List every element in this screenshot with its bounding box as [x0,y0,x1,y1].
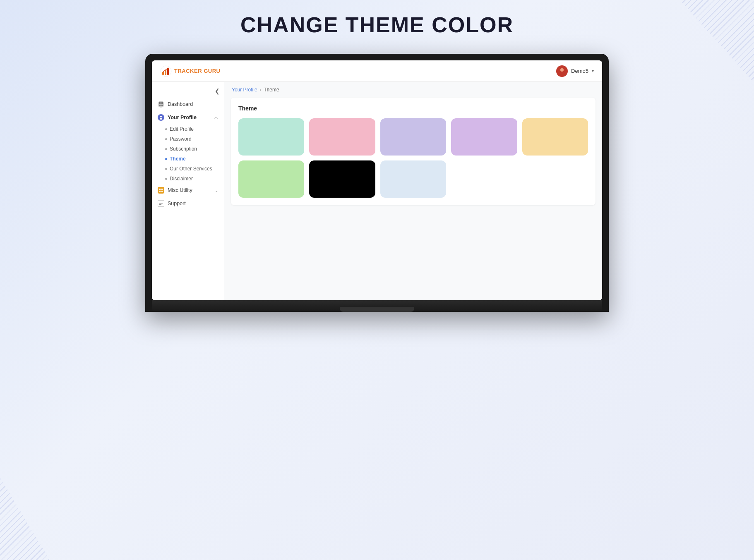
svg-rect-18 [159,203,163,203]
svg-rect-9 [159,105,161,106]
svg-rect-19 [159,204,161,205]
sub-dot-password [165,138,167,140]
theme-swatch-ice-blue[interactable] [380,160,446,198]
svg-point-6 [559,72,564,76]
sub-dot-edit-profile [165,128,167,130]
logo-text: TRACKER GURU [174,68,220,74]
laptop-screen: TRACKER GURU Demo5 ▾ [152,60,602,300]
theme-swatch-peach[interactable] [522,118,588,156]
main-content: Your Profile › Theme Theme [224,82,602,300]
logo-part2: GURU [204,68,220,74]
sidebar-item-dashboard[interactable]: Dashboard [152,98,224,111]
svg-rect-3 [167,68,169,75]
breadcrumb-parent[interactable]: Your Profile [232,87,257,93]
logo-part1: TRACKER [174,68,202,74]
sidebar-sub-edit-profile-label: Edit Profile [170,126,194,132]
sidebar-item-support-label: Support [168,201,186,206]
theme-swatch-lavender[interactable] [380,118,446,156]
support-icon [158,200,164,207]
breadcrumb-separator: › [260,87,262,92]
sub-dot-theme [165,158,167,160]
theme-swatch-green[interactable] [238,160,304,198]
sidebar: ❮ Dashboard [152,82,224,300]
app-header: TRACKER GURU Demo5 ▾ [152,60,602,82]
sidebar-sub-our-other-services[interactable]: Our Other Services [152,164,224,174]
breadcrumb-current: Theme [264,87,279,93]
sidebar-sub-subscription-label: Subscription [170,146,197,152]
svg-rect-8 [161,102,163,104]
app-body: ❮ Dashboard [152,82,602,300]
svg-point-4 [168,67,169,69]
svg-rect-14 [161,189,163,190]
svg-rect-1 [162,72,164,75]
theme-grid [238,118,588,198]
sub-dot-disclaimer [165,178,167,180]
breadcrumb: Your Profile › Theme [224,82,602,98]
profile-icon [158,114,164,121]
sidebar-sub-edit-profile[interactable]: Edit Profile [152,124,224,134]
sidebar-sub-our-other-services-label: Our Other Services [170,166,212,172]
svg-rect-16 [161,191,163,192]
theme-swatch-mint[interactable] [238,118,304,156]
theme-swatch-black[interactable] [309,160,375,198]
page-title: CHANGE THEME COLOR [240,12,514,37]
svg-rect-17 [159,202,163,202]
user-chevron-icon: ▾ [592,69,594,73]
theme-swatch-mauve[interactable] [451,118,517,156]
theme-card-title: Theme [238,105,588,112]
user-name: Demo5 [571,68,588,74]
logo[interactable]: TRACKER GURU [160,65,220,77]
profile-chevron-icon: ︿ [214,115,218,120]
sidebar-item-dashboard-label: Dashboard [168,101,193,107]
svg-rect-10 [161,105,163,106]
sidebar-sub-theme[interactable]: Theme [152,154,224,164]
svg-rect-7 [159,102,161,104]
sidebar-sub-password-label: Password [170,136,192,142]
sidebar-item-your-profile[interactable]: Your Profile ︿ [152,111,224,124]
laptop-frame: TRACKER GURU Demo5 ▾ [145,54,609,312]
sub-dot-subscription [165,148,167,150]
sidebar-sub-disclaimer[interactable]: Disclaimer [152,174,224,184]
logo-icon [160,65,172,77]
collapse-icon[interactable]: ❮ [215,88,220,94]
misc-icon [158,187,164,194]
laptop-base [152,300,602,312]
sidebar-sub-theme-label: Theme [170,156,186,162]
theme-card: Theme [231,98,596,205]
sidebar-item-misc-utility-label: Misc.Utility [168,187,192,193]
svg-rect-13 [159,189,161,190]
misc-chevron-icon: ⌄ [215,188,218,193]
sidebar-sub-subscription[interactable]: Subscription [152,144,224,154]
svg-point-11 [160,116,162,117]
sidebar-item-your-profile-label: Your Profile [168,115,197,120]
sidebar-sub-password[interactable]: Password [152,134,224,144]
sidebar-item-support[interactable]: Support [152,197,224,210]
svg-point-5 [560,68,564,72]
svg-rect-15 [159,191,161,192]
svg-point-12 [160,118,162,120]
sidebar-item-misc-utility[interactable]: Misc.Utility ⌄ [152,184,224,197]
theme-swatch-pink[interactable] [309,118,375,156]
dashboard-icon [158,101,164,108]
sidebar-collapse-btn[interactable]: ❮ [152,86,224,98]
sub-dot-our-other-services [165,168,167,170]
user-avatar [556,65,568,77]
sidebar-sub-disclaimer-label: Disclaimer [170,176,193,182]
user-menu[interactable]: Demo5 ▾ [556,65,594,77]
